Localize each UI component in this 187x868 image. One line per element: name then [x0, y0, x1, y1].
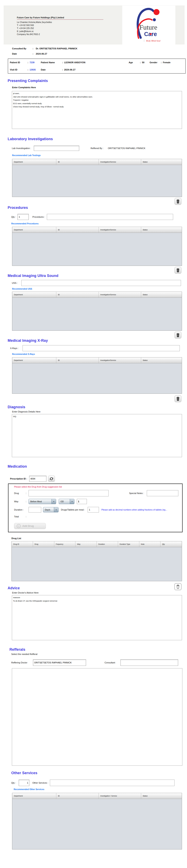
col-id: ID [56, 292, 99, 298]
duration-input[interactable] [29, 507, 41, 513]
prescription-refresh-button[interactable] [48, 475, 55, 482]
recommended-lab-link[interactable]: Recommended Lab Testings [12, 154, 187, 156]
trash-icon [176, 396, 180, 401]
other-services-qty-label: Qty : [11, 782, 16, 784]
uss-delete-button[interactable] [175, 332, 181, 339]
other-services-input[interactable] [50, 780, 175, 786]
uss-label: USS : [12, 282, 18, 284]
procedures-table: Department ID Investigation/Service Stat… [12, 227, 182, 266]
refferal-listbox[interactable] [12, 668, 182, 766]
col-id: ID [56, 358, 99, 363]
recommended-uss-link[interactable]: Recommended USS [12, 287, 187, 290]
consult-date-value: 2024-06-27 [36, 53, 47, 55]
colon: : [28, 68, 30, 71]
refferals-title: Refferals [9, 648, 187, 652]
laboratory-title: Laboratory Investigations [8, 137, 187, 141]
reffering-doctor-input[interactable] [33, 659, 86, 666]
fraction-note: Please add as decimal numbers when addin… [101, 508, 167, 511]
diagnosis-label: Enter Diagnosis Details Here [12, 410, 187, 413]
lab-delete-button[interactable] [175, 198, 181, 205]
procedures-title: Procedures [8, 206, 187, 210]
duration-unit-select[interactable]: Day/s ▼ [43, 507, 59, 512]
reffering-doctor-label: Reffering Doctor [11, 661, 27, 664]
visit-id-label: Visit ID [10, 68, 28, 71]
meal-timing-select[interactable]: Before Meal ▼ [29, 499, 56, 504]
other-services-table: Department ID Investigation / Service St… [12, 793, 182, 849]
uss-input[interactable] [21, 280, 181, 286]
company-address: Le Chainter,Victoria,Mahe,Seychelles [17, 21, 103, 24]
xrays-input[interactable] [23, 345, 180, 351]
xray-table: Department ID Investigation/Service Stat… [12, 357, 182, 394]
other-services-qty-input[interactable] [19, 780, 29, 786]
procedures-table-header: Department ID Investigation/Service Stat… [12, 227, 182, 233]
procedures-table-body [12, 233, 182, 266]
consultant-label: Consultant [105, 661, 115, 664]
prescription-form-page: { "colors": { "heading_blue": "#3b35e0",… [0, 0, 187, 868]
drug-list-table: Drug ID Drug Fequency Way Duration Durat… [11, 541, 182, 581]
way-label: Way [14, 500, 26, 503]
lab-table-header: Department ID Investigation/Service Stat… [12, 159, 182, 165]
patient-row-1: Patient ID : 7239 Patient Name : LEONOR … [8, 59, 185, 66]
diagnosis-textarea[interactable]: ISQ [12, 414, 182, 457]
col-department: Department [12, 358, 56, 363]
frequency-value: OD [61, 500, 64, 503]
patient-row-2: Visit ID : 13935 Date : 2024-06-27 [8, 66, 185, 73]
colon: : [161, 61, 163, 64]
patient-id-label: Patient ID [10, 61, 28, 64]
recommended-other-services-link[interactable]: Recommended Other Services [14, 788, 187, 790]
patient-name-label: Patient Name [41, 61, 62, 64]
consultant-input[interactable] [120, 659, 178, 666]
per-meal-label: Drugs/Tablets per meal : [61, 508, 85, 511]
total-label: Total [14, 515, 26, 518]
recommended-procedures-link[interactable]: Recommended Procedures [11, 222, 187, 225]
add-drug-button[interactable]: + Add Drug [14, 523, 46, 529]
col-investigation-service: Investigation/Service [99, 358, 141, 363]
per-meal-input[interactable] [88, 507, 99, 513]
refresh-icon [49, 476, 53, 481]
way-qty-input[interactable] [77, 499, 87, 504]
consult-date-row: Date : 2024-06-27 [12, 53, 187, 55]
complaints-textarea[interactable]: pt seen, Abd USS showed scleroatrophic s… [12, 91, 182, 129]
procedures-qty-input[interactable] [17, 214, 29, 220]
advice-textarea[interactable]: reassure To do Brain CT, see the Orthopa… [12, 595, 182, 640]
special-notes-input[interactable] [147, 490, 178, 496]
uss-table-body [12, 298, 182, 331]
col-id: ID [56, 227, 99, 232]
diagnosis-title: Diagnosis [8, 405, 187, 409]
gender-label: Gender [150, 61, 161, 64]
company-phone-1: T: +24 82 593 593 [17, 24, 103, 27]
procedures-delete-button[interactable] [175, 267, 181, 274]
reffering-doctor-row: Reffering Doctor Consultant [11, 659, 187, 666]
add-drug-label: Add Drug [22, 525, 34, 527]
col-way: Way [75, 541, 97, 547]
other-services-label: Other Services : [32, 782, 48, 784]
age-group: Age : 50 [129, 61, 150, 64]
lab-testings-table: Department ID Investigation/Service Stat… [12, 159, 182, 197]
frequency-select[interactable]: OD ▼ [59, 499, 74, 504]
drug-list-delete-button[interactable] [175, 583, 181, 590]
col-status: Status [141, 358, 182, 363]
colon: : [26, 500, 29, 503]
advice-title: Advice [8, 586, 20, 590]
lab-table-body [12, 165, 182, 197]
chevron-down-icon: ▼ [54, 507, 58, 512]
col-status: Status [141, 292, 182, 298]
drug-input[interactable] [29, 490, 109, 496]
special-notes-label: Special Notes : [129, 492, 144, 494]
advice-label: Enter Doctor's Advice Here [12, 591, 187, 594]
consulted-by-value: Dr. ORITSETSETOS RAPHAEL PINNICK [36, 47, 77, 50]
col-duration-type: Duration Type [118, 541, 139, 547]
recommended-xrays-link[interactable]: Recommended X-Rays [12, 353, 187, 355]
prescription-id-input[interactable] [29, 476, 46, 482]
col-department: Department [12, 793, 56, 799]
drug-list-label: Drug List [11, 537, 187, 539]
trash-icon [176, 333, 180, 338]
xray-delete-button[interactable] [175, 395, 181, 402]
visit-id-value: 13935 [30, 68, 41, 71]
lab-investigation-input[interactable] [34, 146, 79, 151]
referred-by-label: Reffered By : [90, 147, 103, 149]
col-department: Department [12, 227, 56, 232]
other-services-title: Other Services [11, 771, 187, 775]
referred-by-value: ORITSETSETOS RAPHAEL PINNICK [108, 147, 145, 149]
procedures-input[interactable] [47, 214, 173, 220]
